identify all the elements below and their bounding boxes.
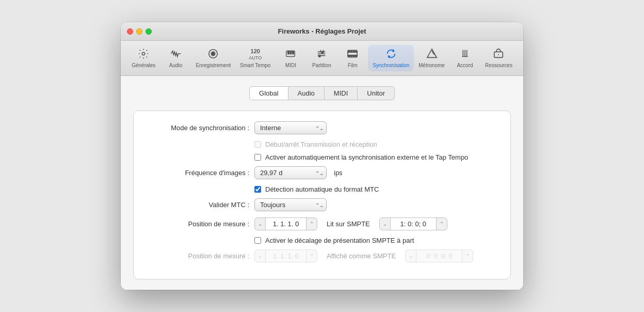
- sync-icon: [385, 48, 397, 61]
- midi-icon: [285, 48, 296, 61]
- checkbox-decalage-label: Activer le décalage de présentation SMPT…: [265, 237, 414, 244]
- toolbar-item-enregistrement[interactable]: Enregistrement: [191, 45, 236, 71]
- svg-point-2: [212, 52, 215, 55]
- freq-unit: ips: [334, 169, 343, 177]
- position2-label: Position de mesure :: [146, 252, 249, 260]
- main-window: Fireworks - Réglages Projet Générales Au…: [121, 22, 523, 290]
- svg-rect-23: [353, 56, 355, 57]
- svg-point-10: [319, 55, 321, 57]
- tab-unitor[interactable]: Unitor: [358, 86, 395, 100]
- partition-icon: [316, 48, 327, 61]
- svg-rect-22: [351, 56, 352, 57]
- svg-marker-25: [427, 49, 436, 58]
- checkbox-decalage[interactable]: [254, 237, 261, 244]
- position1-down-button[interactable]: ⌄: [255, 219, 265, 229]
- smpte1-label: Lit sur SMPTE: [327, 220, 370, 228]
- svg-rect-21: [349, 56, 350, 57]
- toolbar-label-enregistrement: Enregistrement: [196, 63, 231, 68]
- position2-down-button[interactable]: ⌄: [255, 251, 265, 261]
- toolbar-item-accord[interactable]: Accord: [449, 45, 480, 71]
- checkbox-activer[interactable]: [254, 154, 261, 161]
- checkbox-activer-row: Activer automatiquement la synchronisati…: [146, 153, 498, 161]
- svg-rect-4: [288, 51, 289, 54]
- smpte2-label: Affiché comme SMPTE: [327, 252, 396, 260]
- smart-tempo-icon: 120AUTO: [249, 48, 262, 61]
- smpte2-value: 0: 0; 0; 0: [416, 250, 462, 262]
- close-button[interactable]: [127, 28, 133, 35]
- checkbox-detection[interactable]: [254, 186, 261, 193]
- toolbar-item-generales[interactable]: Générales: [127, 45, 160, 71]
- toolbar-label-metronome: Métronome: [418, 63, 445, 68]
- svg-rect-20: [356, 51, 357, 52]
- toolbar-item-synchronisation[interactable]: Synchronisation: [368, 45, 414, 71]
- toolbar-label-film: Film: [348, 63, 358, 68]
- freq-label: Fréquence d'images :: [146, 169, 249, 177]
- smpte2-control: ⌄ 0: 0; 0; 0 ⌃: [405, 249, 473, 262]
- minimize-button[interactable]: [136, 28, 142, 35]
- position2-up-button[interactable]: ⌃: [307, 251, 317, 261]
- content-area: Global Audio MIDI Unitor Mode de synchro…: [121, 76, 523, 290]
- toolbar-label-generales: Générales: [132, 63, 155, 68]
- checkbox-debut[interactable]: [254, 141, 261, 148]
- toolbar: Générales Audio Enregistrement: [121, 41, 523, 76]
- smpte2-down-button[interactable]: ⌄: [406, 251, 416, 261]
- toolbar-item-film[interactable]: Film: [337, 45, 368, 71]
- valider-row: Valider MTC : Toujours Jamais Lors du pl…: [146, 198, 498, 211]
- toolbar-label-audio: Audio: [169, 63, 183, 68]
- checkbox-decalage-row: Activer le décalage de présentation SMPT…: [146, 237, 498, 244]
- position1-value: 1. 1. 1. 0: [265, 218, 307, 230]
- position1-label: Position de mesure :: [146, 220, 249, 228]
- mode-select-wrapper: Interne Externe MTC: [254, 121, 327, 134]
- toolbar-item-smart-tempo[interactable]: 120AUTO Smart Tempo: [235, 45, 275, 71]
- position2-row: Position de mesure : ⌄ 1. 1. 1. 0 ⌃ Affi…: [146, 249, 498, 262]
- valider-label: Valider MTC :: [146, 201, 249, 209]
- film-icon: [347, 48, 358, 61]
- checkbox-debut-row: Début/arrêt Transmission et réception: [146, 141, 498, 148]
- tab-bar: Global Audio MIDI Unitor: [133, 86, 511, 100]
- tab-midi[interactable]: MIDI: [325, 86, 358, 100]
- smpte1-up-button[interactable]: ⌃: [437, 219, 447, 229]
- toolbar-item-midi[interactable]: MIDI: [275, 45, 306, 71]
- freq-select[interactable]: 29,97 d 24 25 29,97 30 d 30: [254, 166, 327, 179]
- valider-select-wrapper: Toujours Jamais Lors du playback: [254, 198, 327, 211]
- smpte1-control: ⌄ 1: 0: 0; 0 ⌃: [379, 217, 447, 230]
- settings-panel: Mode de synchronisation : Interne Extern…: [133, 111, 511, 279]
- valider-select[interactable]: Toujours Jamais Lors du playback: [254, 198, 327, 211]
- maximize-button[interactable]: [146, 28, 152, 35]
- position1-control: ⌄ 1. 1. 1. 0 ⌃: [254, 217, 317, 230]
- position2-control: ⌄ 1. 1. 1. 0 ⌃: [254, 249, 317, 262]
- toolbar-label-ressources: Ressources: [485, 63, 512, 68]
- checkbox-detection-row: Détection automatique du format MTC: [146, 185, 498, 193]
- mode-select[interactable]: Interne Externe MTC: [254, 121, 327, 134]
- checkbox-detection-label: Détection automatique du format MTC: [265, 185, 379, 193]
- toolbar-item-metronome[interactable]: Métronome: [414, 45, 449, 71]
- toolbar-item-audio[interactable]: Audio: [160, 45, 191, 71]
- checkbox-activer-label: Activer automatiquement la synchronisati…: [265, 153, 468, 161]
- window-title: Fireworks - Réglages Projet: [278, 27, 366, 35]
- svg-rect-19: [353, 51, 355, 52]
- mode-label: Mode de synchronisation :: [146, 124, 249, 132]
- smpte1-down-button[interactable]: ⌄: [380, 219, 390, 229]
- gear-icon: [138, 48, 149, 61]
- ressources-icon: [493, 48, 504, 61]
- smpte2-up-button[interactable]: ⌃: [462, 251, 473, 261]
- tab-audio[interactable]: Audio: [288, 86, 325, 100]
- toolbar-label-partition: Partition: [312, 63, 331, 68]
- record-icon: [207, 48, 219, 61]
- position1-row: Position de mesure : ⌄ 1. 1. 1. 0 ⌃ Lit …: [146, 217, 498, 230]
- toolbar-item-partition[interactable]: Partition: [306, 45, 337, 71]
- toolbar-label-smart-tempo: Smart Tempo: [240, 63, 270, 68]
- svg-point-0: [142, 52, 146, 55]
- tab-global[interactable]: Global: [249, 86, 288, 100]
- position1-up-button[interactable]: ⌃: [307, 219, 317, 229]
- toolbar-label-synchronisation: Synchronisation: [373, 63, 409, 68]
- svg-rect-24: [356, 56, 357, 57]
- checkbox-debut-label: Début/arrêt Transmission et réception: [265, 141, 377, 148]
- svg-rect-17: [349, 51, 350, 52]
- accord-icon: [459, 48, 471, 61]
- toolbar-label-accord: Accord: [457, 63, 473, 68]
- position2-value: 1. 1. 1. 0: [265, 250, 307, 262]
- toolbar-label-midi: MIDI: [285, 63, 296, 68]
- toolbar-item-ressources[interactable]: Ressources: [480, 45, 517, 71]
- freq-select-wrapper: 29,97 d 24 25 29,97 30 d 30: [254, 166, 327, 179]
